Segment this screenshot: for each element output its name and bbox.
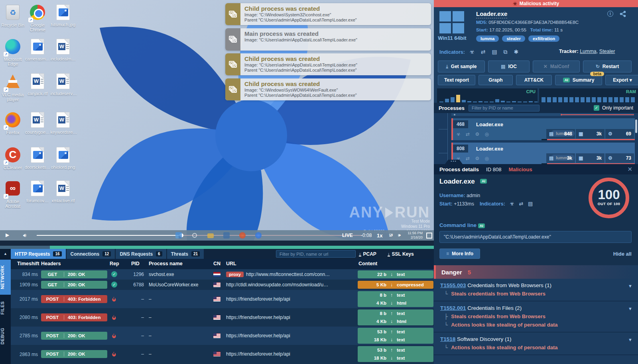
malconf-button[interactable]: ✕MalConf: [533, 61, 580, 72]
tab-threats[interactable]: Threats21: [167, 249, 204, 259]
http-request-row[interactable]: 2017 ms POST403: Forbidden – – https://f…: [11, 290, 434, 308]
desktop-icon-includeserv[interactable]: W includeserv…: [50, 73, 76, 96]
desktop-icon-firefox[interactable]: ↗ Firefox: [0, 112, 26, 135]
http-request-row[interactable]: 2785 ms POST200: OK – – https://friendse…: [11, 327, 434, 345]
tag-stealer[interactable]: stealer: [502, 35, 525, 42]
command-line-value[interactable]: "C:\Users\admin\AppData\Local\Temp\Loade…: [439, 231, 632, 243]
speaker-icon[interactable]: 🕪︎: [398, 233, 401, 238]
volume-icon[interactable]: 🔊︎: [23, 232, 26, 239]
desktop-icon-includealm[interactable]: W includealm…: [50, 38, 76, 61]
desktop-icon-xmlactive[interactable]: W xmlactive.rtf: [50, 180, 76, 203]
desktop-icon-chrome[interactable]: ↗ Google Chrome: [25, 4, 50, 32]
taskbar-folder-icon: [207, 233, 214, 238]
technique-link[interactable]: T1555.003: [440, 282, 466, 288]
desktop-icon-forumcov[interactable]: forumcov…: [25, 180, 50, 203]
timeline-progress-strip[interactable]: [0, 246, 434, 249]
desktop-icon-acrobat[interactable]: ∞↗ Adobe Acrobat: [0, 180, 26, 209]
live-badge[interactable]: LIVE: [342, 233, 353, 238]
technique-block[interactable]: T1552.001 Credentials In Files (2) ▼ ├St…: [434, 301, 638, 333]
ioc-button[interactable]: ▤IOC: [488, 61, 530, 72]
desktop-icon-countygoe[interactable]: W countygoe…: [25, 112, 50, 135]
tracker-link-stealer[interactable]: Stealer: [599, 49, 615, 54]
tab-http-requests[interactable]: HTTP Requests16: [11, 249, 66, 259]
operations-count[interactable]: ⚙73: [605, 153, 634, 163]
technique-block[interactable]: T1518 Software Discovery (1) ▼ └Actions …: [434, 333, 638, 355]
collapse-panel-icon[interactable]: ▲: [0, 249, 11, 259]
process-row-partial[interactable]: [451, 113, 634, 116]
chevron-down-icon[interactable]: ▼: [628, 337, 632, 342]
technique-link[interactable]: T1518: [440, 336, 455, 342]
network-filter-input[interactable]: [276, 250, 356, 258]
sslkeys-download-button[interactable]: ↓SSL Keys: [388, 250, 414, 258]
desktop-icon-hitsmuch[interactable]: hitsmuch.jpg: [50, 4, 76, 27]
text-report-button[interactable]: Text report: [438, 75, 475, 85]
desktop-icon-edge[interactable]: ↗ Microsoft Edge: [0, 38, 26, 67]
share-icon[interactable]: [620, 11, 626, 17]
monitor-icon[interactable]: 🖳︎: [389, 233, 393, 237]
ai-badge[interactable]: AI: [480, 179, 487, 184]
tag-exfiltration[interactable]: exfiltration: [528, 35, 559, 42]
content-badge[interactable]: 53 b↑text 18 Kb↓text: [358, 346, 433, 362]
close-icon[interactable]: ✕: [627, 166, 632, 173]
only-important-checkbox[interactable]: ✓: [594, 105, 599, 111]
desktop-icon-camerasm[interactable]: camerasm…: [25, 38, 50, 61]
desktop-icon-recycle-bin[interactable]: ♻ Recycle Bin: [0, 4, 26, 27]
process-filter-input[interactable]: [469, 105, 540, 112]
pcap-download-button[interactable]: ↓PCAP: [359, 250, 376, 258]
modules-count[interactable]: ▦3k: [576, 129, 605, 139]
sample-name[interactable]: Loader.exe: [476, 10, 507, 18]
restart-button[interactable]: ↻Restart: [583, 61, 632, 72]
desktop-icon-keywordsre[interactable]: W keywordsre…: [50, 112, 76, 135]
process-row-808-selected[interactable]: 808 Loader.exe ☣ ⇄ ⚙ ◎ lumma ▤3k ▦3k ⚙73: [451, 143, 635, 164]
get-sample-button[interactable]: ⤓Get sample: [438, 61, 485, 72]
content-badge[interactable]: 5 Kb↓compressed: [358, 281, 433, 289]
technique-block[interactable]: T1555.003 Credentials from Web Browsers …: [434, 279, 638, 301]
desktop-icon-vlc[interactable]: ↗ VLC media player: [0, 73, 26, 102]
more-info-button[interactable]: ≡More Info: [439, 249, 480, 259]
content-badge[interactable]: 8 b↑text 4 Kb↓html: [358, 291, 433, 307]
tracker-link-lumma[interactable]: Lumma: [580, 49, 597, 54]
tab-connections[interactable]: Connections12: [67, 249, 115, 259]
rail-tab-files[interactable]: FILES: [0, 297, 11, 319]
graph-button[interactable]: Graph: [478, 75, 513, 85]
content-badge[interactable]: 22 b↓text: [358, 270, 433, 278]
http-request-row[interactable]: 834 ms GET200: OK ✓ 1296 svchost.exe pro…: [11, 269, 434, 280]
details-indicator-icons[interactable]: ☣ ⇄ ▤: [510, 201, 534, 207]
http-request-row[interactable]: 2080 ms POST403: Forbidden – – https://f…: [11, 308, 434, 327]
hide-all-link[interactable]: Hide all: [613, 251, 632, 257]
chevron-down-icon[interactable]: ▼: [628, 306, 632, 311]
rail-tab-debug[interactable]: DEBUG: [0, 324, 11, 348]
desktop-icon-ccleaner[interactable]: C↗ CCleaner: [0, 147, 26, 170]
process-row-468[interactable]: 468 Loader.exe ☣ ⇄ ⚙ ◎ lumma ▤848 ▦3k ⚙6…: [451, 118, 635, 140]
attack-button[interactable]: ATT&CK: [516, 75, 552, 85]
play-button[interactable]: ▶: [6, 232, 9, 238]
ai-badge[interactable]: AI: [478, 223, 485, 228]
process-list-scrollbar[interactable]: [635, 119, 637, 133]
http-request-row[interactable]: 2863 ms POST200: OK – – https://friendse…: [11, 345, 434, 364]
http-request-row[interactable]: 1909 ms GET200: OK ✓ 6788 MoUsoCoreWorke…: [11, 280, 434, 290]
desktop-icon-canjack[interactable]: W canjack.rtf: [25, 73, 50, 96]
indicator-icons[interactable]: ☣ ⇄ ▤ ⧉ ✱: [469, 49, 521, 55]
playback-progress-track[interactable]: [37, 235, 362, 236]
files-count[interactable]: ▤3k: [546, 153, 575, 163]
ai-summary-button[interactable]: AISummarybeta: [555, 75, 602, 85]
operations-count[interactable]: ⚙69: [605, 129, 634, 139]
modules-count[interactable]: ▦3k: [576, 153, 605, 163]
fullscreen-icon[interactable]: [426, 233, 431, 238]
files-count[interactable]: ▤848: [546, 129, 575, 139]
tag-lumma[interactable]: lumma: [476, 35, 499, 42]
content-badge[interactable]: 53 b↑text 18 Kb↓text: [358, 328, 433, 344]
technique-link[interactable]: T1552.001: [440, 305, 466, 311]
md5-value[interactable]: 05F8D6DEC4366E8F3AE3A7D4B8B54E8C: [488, 20, 579, 25]
rail-tab-network[interactable]: NETWORK: [0, 260, 11, 295]
info-icon[interactable]: i: [607, 11, 613, 17]
content-badge[interactable]: 8 b↑text 4 Kb↓html: [358, 309, 433, 325]
playback-speed[interactable]: 1x: [377, 233, 382, 239]
desktop-icon-ohiolord[interactable]: ohiolord.png: [50, 147, 76, 170]
tab-dns-requests[interactable]: DNS Requests6: [116, 249, 166, 259]
method-status-badge: GET200: OK: [41, 270, 107, 278]
menu-icon: ≡: [446, 251, 449, 256]
desktop-icon-doortickets[interactable]: doortickets…: [25, 147, 50, 170]
chevron-down-icon[interactable]: ▼: [628, 284, 632, 288]
export-button[interactable]: Export ▾: [605, 75, 638, 85]
